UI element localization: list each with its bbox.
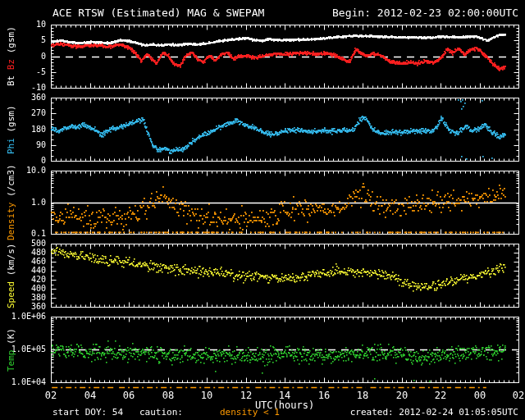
axis-title-part: (gsm) [6, 105, 16, 132]
ace-rtsw-plot: 1050-5-10Bt Bz (gsm)360270180900Phi (gsm… [0, 0, 525, 420]
axis-title-part: Bz [6, 59, 16, 70]
axis-title-part: Speed [6, 281, 16, 308]
axis-title-density: Density (/cm3) [7, 164, 16, 240]
axis-title-temp: Temp (K) [7, 328, 16, 372]
x-tick-label: 06 [119, 390, 139, 400]
y-tick-label-phi: 360 [0, 93, 46, 103]
axis-title-phi: Phi (gsm) [7, 105, 16, 154]
y-tick-label-temp: 1.0E+04 [0, 377, 46, 387]
created-timestamp: created: 2012-02-24 01:05:05UTC [350, 407, 518, 418]
x-tick-label: 18 [353, 390, 372, 400]
x-tick-label: 02 [41, 390, 61, 400]
axis-title-bt-bz: Bt Bz (gsm) [7, 26, 16, 86]
x-tick-label: 22 [431, 390, 450, 400]
plot-title: ACE RTSW (Estimated) MAG & SWEPAM [52, 7, 264, 19]
x-tick-label: 10 [197, 390, 217, 400]
x-tick-label: 12 [236, 390, 256, 400]
axis-title-part: Temp [6, 349, 16, 372]
axis-title-part: Phi [6, 138, 16, 154]
caution-value-label: density < 1 [220, 407, 280, 418]
x-tick-label: 04 [80, 390, 100, 400]
caution-label: caution: [139, 407, 183, 418]
axis-title-part: (gsm) [6, 26, 16, 53]
axis-title-part: Density [6, 203, 16, 240]
begin-timestamp: Begin: 2012-02-23 02:00:00UTC [332, 7, 518, 19]
x-tick-label: 20 [392, 390, 412, 400]
x-tick-label: 16 [314, 390, 334, 400]
x-tick-label: 00 [470, 390, 490, 400]
axis-title-part: (km/s) [6, 243, 16, 276]
start-doy-label: start DOY: 54 [52, 407, 123, 418]
axis-title-part: (/cm3) [6, 164, 16, 197]
x-tick-label: 08 [158, 390, 178, 400]
x-tick-label: 02 [509, 390, 525, 400]
axis-title-part: Bt [6, 75, 16, 86]
axis-title-speed: Speed (km/s) [7, 243, 16, 308]
plot-canvas [0, 0, 525, 420]
axis-title-part: (K) [6, 328, 16, 345]
y-tick-label-temp: 1.0E+06 [0, 312, 46, 322]
